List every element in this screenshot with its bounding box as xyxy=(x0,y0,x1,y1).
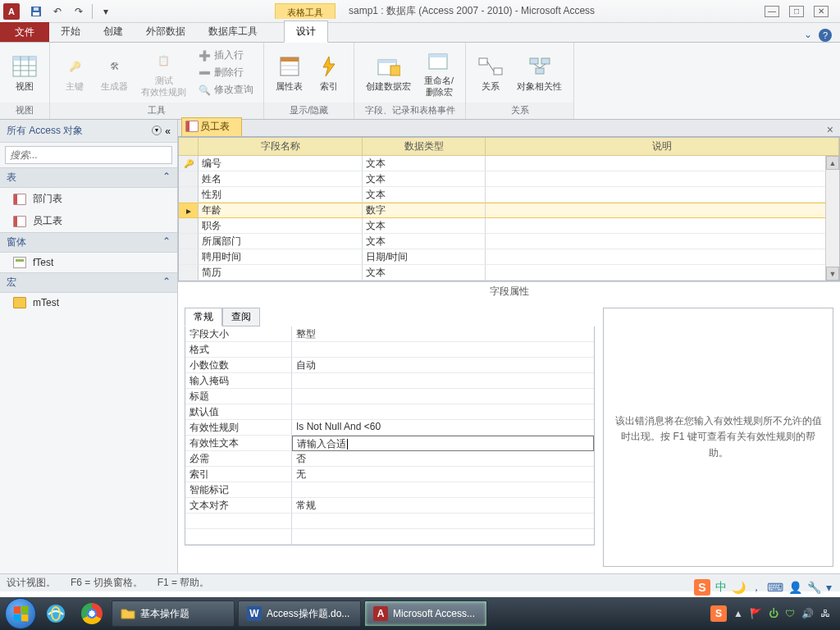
grid-row[interactable]: ▸年龄数字 xyxy=(179,203,839,218)
start-button[interactable] xyxy=(5,598,36,629)
object-deps-button[interactable]: 对象相关性 xyxy=(512,52,567,94)
lightning-icon xyxy=(316,53,342,80)
minimize-button[interactable]: — xyxy=(765,6,779,17)
fp-row[interactable]: 标题 xyxy=(185,389,594,404)
doc-close-button[interactable]: × xyxy=(820,123,840,136)
nav-group-tables[interactable]: 表⌃ xyxy=(0,167,177,188)
tray-volume-icon[interactable]: 🔊 xyxy=(801,608,814,619)
table-icon xyxy=(185,121,199,132)
nav-dropdown-icon[interactable]: ▾« xyxy=(152,126,171,137)
view-button[interactable]: 视图 xyxy=(7,52,43,94)
fp-row[interactable]: 有效性规则Is Not Null And <60 xyxy=(185,420,594,436)
vertical-scrollbar[interactable]: ▲▼ xyxy=(825,156,839,281)
svg-marker-13 xyxy=(323,57,335,76)
sogou-icon[interactable]: S xyxy=(694,579,710,596)
nav-header[interactable]: 所有 Access 对象 ▾« xyxy=(0,120,177,143)
search-input[interactable] xyxy=(5,146,172,164)
nav-group-macros[interactable]: 宏⌃ xyxy=(0,272,177,293)
indexes-button[interactable]: 索引 xyxy=(311,52,347,94)
fp-row[interactable]: 智能标记 xyxy=(185,482,594,498)
property-sheet-button[interactable]: 属性表 xyxy=(271,52,308,94)
chrome-icon[interactable] xyxy=(75,600,108,627)
builder-icon: 🛠 xyxy=(102,53,128,80)
tab-external[interactable]: 外部数据 xyxy=(135,21,197,42)
grid-row[interactable]: 简历文本 xyxy=(179,265,839,281)
rename-delete-macro-button[interactable]: 重命名/ 删除宏 xyxy=(419,46,459,98)
delete-row-button[interactable]: ➖删除行 xyxy=(194,65,257,80)
ime-moon-icon[interactable]: 🌙 xyxy=(732,581,746,594)
grid-row[interactable]: 姓名文本 xyxy=(179,171,839,187)
nav-item-table1[interactable]: 部门表 xyxy=(0,188,177,210)
fp-row[interactable]: 默认值 xyxy=(185,404,594,420)
builder-button[interactable]: 🛠生成器 xyxy=(96,52,133,94)
scroll-up-icon[interactable]: ▲ xyxy=(826,156,839,170)
grid-row[interactable]: 聘用时间日期/时间 xyxy=(179,249,839,265)
taskbar-item[interactable]: WAccess操作题.do... xyxy=(238,600,361,627)
minimize-ribbon-icon[interactable]: ⌄ xyxy=(804,29,812,42)
fp-row[interactable]: 字段大小整型 xyxy=(185,326,594,342)
doc-tab-active[interactable]: 员工表 xyxy=(181,117,242,136)
fp-row[interactable]: 输入掩码 xyxy=(185,373,594,389)
taskbar-item[interactable]: 基本操作题 xyxy=(112,600,235,627)
nav-search xyxy=(0,143,177,167)
taskbar-item[interactable]: AMicrosoft Access... xyxy=(364,600,487,627)
scroll-down-icon[interactable]: ▼ xyxy=(826,267,839,281)
ime-lang-icon[interactable]: 中 xyxy=(715,580,727,595)
grid-row[interactable]: 所属部门文本 xyxy=(179,234,839,249)
fp-row[interactable]: 格式 xyxy=(185,342,594,358)
datamacro-icon xyxy=(376,53,402,80)
col-description[interactable]: 说明 xyxy=(486,138,839,156)
qat-customize-icon[interactable]: ▾ xyxy=(98,3,114,20)
fp-row[interactable]: 索引无 xyxy=(185,467,594,482)
close-button[interactable]: ✕ xyxy=(814,6,829,17)
help-icon[interactable]: ? xyxy=(819,29,832,42)
primary-key-button[interactable]: 🔑主键 xyxy=(57,52,93,94)
fp-row[interactable]: 必需否 xyxy=(185,451,594,467)
modify-query-button[interactable]: 🔍修改查询 xyxy=(194,82,257,98)
fp-row[interactable]: 小数位数自动 xyxy=(185,358,594,373)
ime-dropdown-icon[interactable]: ▾ xyxy=(826,581,832,594)
ime-tool-icon[interactable]: 🔧 xyxy=(807,581,821,594)
col-datatype[interactable]: 数据类型 xyxy=(363,138,486,156)
tab-design[interactable]: 设计 xyxy=(284,21,328,43)
document-tabs: 员工表 × xyxy=(178,120,840,137)
taskbar: 基本操作题WAccess操作题.do...AMicrosoft Access..… xyxy=(0,597,840,630)
sogou-tray-icon[interactable]: S xyxy=(710,605,727,622)
ime-user-icon[interactable]: 👤 xyxy=(788,581,802,594)
maximize-button[interactable]: □ xyxy=(789,6,804,17)
tab-create[interactable]: 创建 xyxy=(92,21,135,42)
tray-shield-icon[interactable]: 🛡 xyxy=(785,608,795,619)
create-datamacro-button[interactable]: 创建数据宏 xyxy=(361,52,416,94)
tray-network-icon[interactable]: 🖧 xyxy=(820,608,830,619)
fp-row[interactable]: 文本对齐常规 xyxy=(185,498,594,514)
title-bar: A ↶ ↷ ▾ 表格工具 samp1 : 数据库 (Access 2007 - … xyxy=(0,0,840,23)
ime-punct-icon[interactable]: ， xyxy=(751,580,762,595)
row-selector-header[interactable] xyxy=(179,138,199,156)
undo-icon[interactable]: ↶ xyxy=(49,3,66,20)
fp-tab-lookup[interactable]: 查阅 xyxy=(222,308,260,326)
tab-dbtools[interactable]: 数据库工具 xyxy=(197,21,269,42)
grid-body: 🔑编号文本姓名文本性别文本▸年龄数字职务文本所属部门文本聘用时间日期/时间简历文… xyxy=(179,156,839,281)
fp-tab-general[interactable]: 常规 xyxy=(185,308,222,326)
ime-keyboard-icon[interactable]: ⌨ xyxy=(767,581,783,594)
relationships-button[interactable]: 关系 xyxy=(472,52,509,94)
insert-row-button[interactable]: ➕插入行 xyxy=(194,48,257,63)
col-fieldname[interactable]: 字段名称 xyxy=(199,138,363,156)
tray-up-icon[interactable]: ▲ xyxy=(733,608,743,619)
grid-row[interactable]: 🔑编号文本 xyxy=(179,156,839,171)
nav-item-table2[interactable]: 员工表 xyxy=(0,210,177,232)
test-rules-button[interactable]: 📋测试 有效性规则 xyxy=(136,46,191,98)
redo-icon[interactable]: ↷ xyxy=(71,3,87,20)
nav-item-form1[interactable]: fTest xyxy=(0,253,177,272)
tab-file[interactable]: 文件 xyxy=(0,22,49,42)
fp-row[interactable]: 有效性文本请输入合适 xyxy=(185,436,594,451)
tab-home[interactable]: 开始 xyxy=(49,21,92,42)
tray-flag-icon[interactable]: 🚩 xyxy=(750,608,762,619)
grid-row[interactable]: 职务文本 xyxy=(179,218,839,234)
save-icon[interactable] xyxy=(28,3,44,20)
nav-group-forms[interactable]: 窗体⌃ xyxy=(0,232,177,253)
nav-item-macro1[interactable]: mTest xyxy=(0,293,177,313)
ie-icon[interactable] xyxy=(39,600,72,627)
grid-row[interactable]: 性别文本 xyxy=(179,187,839,203)
tray-power-icon[interactable]: ⏻ xyxy=(769,608,778,619)
